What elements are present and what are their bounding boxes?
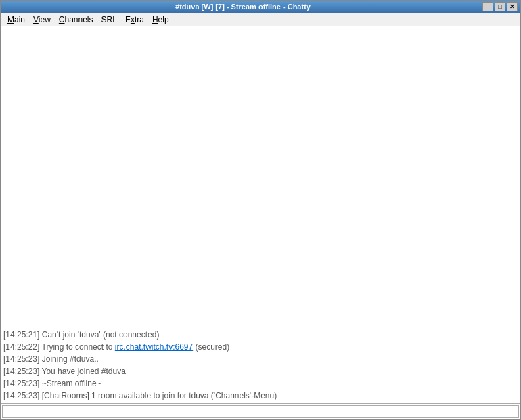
message-text: You have joined #tduva	[42, 367, 126, 376]
chat-line: [14:25:21] Can't join 'tduva' (not conne…	[3, 329, 518, 341]
chat-line: [14:25:23] ~Stream offline~	[3, 377, 518, 390]
irc-link[interactable]: irc.chat.twitch.tv:6697	[115, 342, 193, 352]
timestamp: [14:25:23]	[3, 367, 39, 376]
chat-line: [14:25:22] Trying to connect to irc.chat…	[3, 341, 518, 353]
chat-line: [14:25:23] [ChatRooms] 1 room available …	[3, 390, 518, 402]
menu-view[interactable]: View	[29, 14, 55, 26]
chat-empty-space	[3, 28, 518, 329]
menu-help[interactable]: Help	[148, 14, 173, 26]
chat-line: [14:25:23] You have joined #tduva	[3, 365, 518, 377]
timestamp: [14:25:23]	[3, 391, 39, 400]
close-button[interactable]: ✕	[507, 2, 518, 11]
maximize-button[interactable]: □	[495, 2, 505, 11]
menu-srl[interactable]: SRL	[97, 14, 121, 26]
chat-input[interactable]	[2, 405, 519, 418]
input-area	[1, 403, 520, 419]
title-bar: #tduva [W] [7] - Stream offline - Chatty…	[1, 1, 520, 13]
menu-channels[interactable]: Channels	[55, 14, 97, 26]
timestamp: [14:25:23]	[3, 379, 39, 388]
message-text: [ChatRooms] 1 room available to join for…	[42, 391, 277, 400]
window-controls: _ □ ✕	[482, 2, 518, 11]
app-window: #tduva [W] [7] - Stream offline - Chatty…	[0, 0, 521, 420]
message-text-after: (secured)	[193, 342, 229, 352]
menu-extra[interactable]: Extra	[121, 14, 148, 26]
menu-bar: Main View Channels SRL Extra Help	[1, 13, 520, 26]
message-text: Can't join 'tduva' (not connected)	[42, 330, 160, 340]
message-text: Joining #tduva..	[42, 354, 99, 364]
title-text: #tduva [W] [7] - Stream offline - Chatty	[3, 3, 482, 11]
timestamp: [14:25:23]	[3, 354, 39, 364]
message-text: ~Stream offline~	[42, 379, 101, 388]
timestamp: [14:25:21]	[3, 330, 39, 340]
chat-area: [14:25:21] Can't join 'tduva' (not conne…	[1, 26, 520, 403]
chat-messages: [14:25:21] Can't join 'tduva' (not conne…	[3, 329, 518, 402]
minimize-button[interactable]: _	[482, 2, 493, 11]
menu-main[interactable]: Main	[3, 14, 29, 26]
chat-line: [14:25:23] Joining #tduva..	[3, 353, 518, 365]
timestamp: [14:25:22]	[3, 342, 39, 352]
message-text-before: Trying to connect to	[42, 342, 115, 352]
